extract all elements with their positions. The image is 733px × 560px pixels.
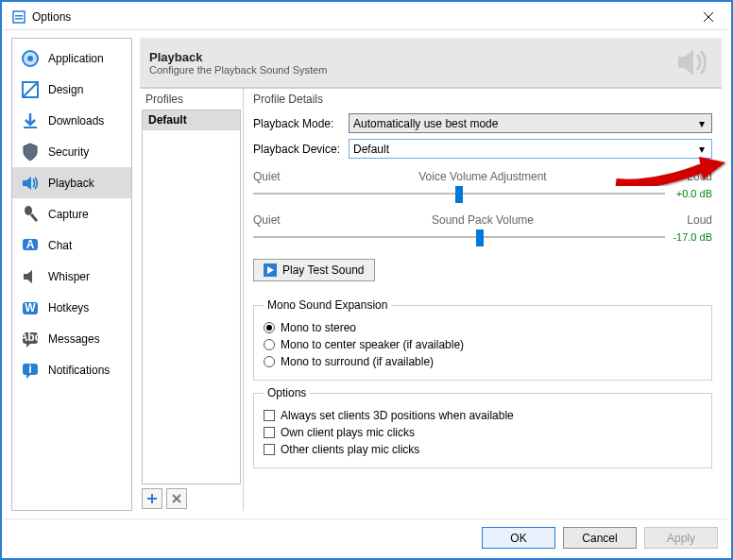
window-title: Options <box>32 10 688 24</box>
sidebar-item-playback[interactable]: Playback <box>12 167 131 198</box>
titlebar: Options <box>4 4 729 30</box>
playback-device-dropdown[interactable]: Default ▾ <box>349 139 712 159</box>
footer: OK Cancel Apply <box>4 518 729 556</box>
svg-rect-1 <box>15 15 23 17</box>
profile-item[interactable]: Default <box>143 110 240 130</box>
sidebar-item-security[interactable]: Security <box>12 136 131 167</box>
radio-icon <box>264 356 275 367</box>
svg-text:i: i <box>28 363 31 376</box>
close-button[interactable] <box>688 4 729 30</box>
sidebar-item-design[interactable]: Design <box>12 74 131 105</box>
svg-text:A: A <box>26 238 35 251</box>
other-clients-mic-checkbox[interactable]: Other clients play mic clicks <box>264 443 702 456</box>
slider-thumb[interactable] <box>455 186 463 203</box>
mono-stereo-radio[interactable]: Mono to stereo <box>264 321 702 334</box>
speaker-large-icon <box>674 43 712 81</box>
downloads-icon <box>18 109 43 133</box>
application-icon <box>18 46 43 71</box>
checkbox-icon <box>264 444 275 455</box>
mono-center-radio[interactable]: Mono to center speaker (if available) <box>264 338 702 351</box>
close-icon <box>704 12 713 22</box>
radio-icon <box>264 322 275 333</box>
profiles-column: Profiles Default <box>140 89 244 511</box>
options-fieldset: Options Always set clients 3D positions … <box>253 386 712 468</box>
play-test-sound-button[interactable]: Play Test Sound <box>253 259 375 281</box>
speaker-icon <box>18 171 43 195</box>
mono-expansion-fieldset: Mono Sound Expansion Mono to stereo Mono… <box>253 298 712 381</box>
microphone-icon <box>18 202 43 227</box>
sidebar-item-notifications[interactable]: iNotifications <box>12 354 131 385</box>
checkbox-icon <box>264 427 275 438</box>
sidebar-item-messages[interactable]: AbcMessages <box>12 323 131 354</box>
svg-text:W: W <box>25 301 36 314</box>
svg-point-6 <box>27 56 33 61</box>
always-3d-checkbox[interactable]: Always set clients 3D positions when ava… <box>264 409 702 422</box>
messages-icon: Abc <box>18 327 43 351</box>
play-icon <box>264 263 277 277</box>
svg-rect-0 <box>13 11 25 23</box>
details-heading: Profile Details <box>253 93 712 113</box>
own-client-mic-checkbox[interactable]: Own client plays mic clicks <box>264 426 702 439</box>
profiles-list[interactable]: Default <box>142 110 241 484</box>
chevron-down-icon: ▾ <box>696 143 707 156</box>
svg-point-10 <box>25 206 32 215</box>
svg-text:Abc: Abc <box>20 331 41 344</box>
slider-thumb[interactable] <box>476 229 484 246</box>
device-label: Playback Device: <box>253 143 343 156</box>
sidebar-item-downloads[interactable]: Downloads <box>12 105 131 136</box>
main-panel: Playback Configure the Playback Sound Sy… <box>140 38 722 511</box>
remove-profile-button[interactable] <box>166 488 187 509</box>
sidebar-item-whisper[interactable]: Whisper <box>12 261 131 292</box>
apply-button: Apply <box>644 527 718 549</box>
sound-pack-slider-block: QuietSound Pack VolumeLoud -17.0 dB <box>253 213 712 246</box>
mode-label: Playback Mode: <box>253 117 343 130</box>
profiles-heading: Profiles <box>140 89 243 110</box>
checkbox-icon <box>264 410 275 421</box>
x-icon <box>171 493 182 504</box>
sound-pack-value: -17.0 dB <box>667 231 712 243</box>
voice-volume-slider[interactable]: +0.0 dB <box>253 185 712 202</box>
plus-icon <box>146 493 158 504</box>
header: Playback Configure the Playback Sound Sy… <box>140 38 722 88</box>
voice-volume-value: +0.0 dB <box>667 188 712 199</box>
page-title: Playback <box>149 50 674 64</box>
sidebar-item-hotkeys[interactable]: WHotkeys <box>12 292 131 323</box>
mono-surround-radio[interactable]: Mono to surround (if available) <box>264 355 702 368</box>
svg-line-11 <box>31 214 37 221</box>
sidebar-item-application[interactable]: Application <box>12 42 131 74</box>
page-subtitle: Configure the Playback Sound System <box>149 64 674 76</box>
sidebar-item-capture[interactable]: Capture <box>12 198 131 229</box>
whisper-icon <box>18 264 43 289</box>
playback-mode-dropdown[interactable]: Automatically use best mode ▾ <box>349 113 712 133</box>
design-icon <box>18 77 43 102</box>
shield-icon <box>18 140 43 164</box>
sidebar: Application Design Downloads Security Pl… <box>11 38 132 511</box>
sound-pack-slider[interactable]: -17.0 dB <box>253 229 712 246</box>
svg-rect-2 <box>15 18 23 20</box>
add-profile-button[interactable] <box>142 488 162 509</box>
cancel-button[interactable]: Cancel <box>563 527 637 549</box>
sidebar-item-chat[interactable]: AChat <box>12 229 131 261</box>
app-icon <box>11 9 26 25</box>
chevron-down-icon: ▾ <box>696 117 707 130</box>
voice-volume-slider-block: QuietVoice Volume AdjustmentLoud +0.0 dB <box>253 170 712 202</box>
profile-details: Profile Details Playback Mode: Automatic… <box>244 89 722 511</box>
radio-icon <box>264 339 275 350</box>
chat-icon: A <box>18 233 43 258</box>
hotkeys-icon: W <box>18 296 43 320</box>
notifications-icon: i <box>18 358 43 382</box>
ok-button[interactable]: OK <box>482 527 555 549</box>
